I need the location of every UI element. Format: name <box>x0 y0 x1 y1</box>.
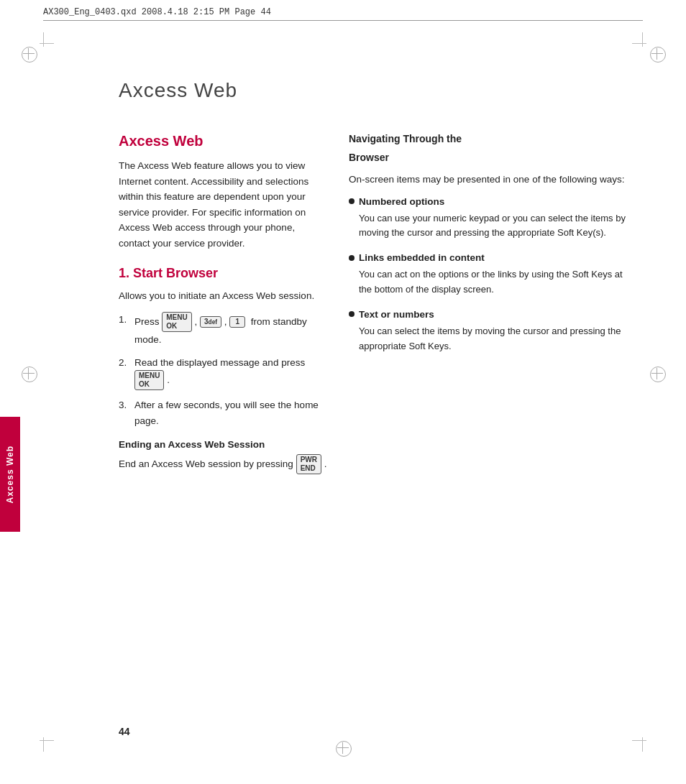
step-2: 2. Read the displayed message and press … <box>119 355 327 391</box>
sidebar-tab: Axcess Web <box>0 417 20 532</box>
key-3def: 3def <box>200 316 221 328</box>
bullet-3-dot <box>349 311 355 317</box>
step-3-num: 3. <box>119 397 132 413</box>
key-end: PWREND <box>296 454 321 474</box>
page-title: Axcess Web <box>119 79 628 102</box>
reg-mark-mid-left <box>22 366 36 381</box>
bullet-1: Numbered options You can use your numeri… <box>349 196 628 241</box>
section2-heading: 1. Start Browser <box>119 266 327 281</box>
step-2-num: 2. <box>119 355 132 371</box>
reg-mark-top-left <box>22 47 36 61</box>
key-1: 1 <box>229 316 245 328</box>
page-title-area: Axcess Web <box>119 79 628 124</box>
key-menu-ok: MENUOK <box>134 370 164 390</box>
bullet-3-label: Text or numbers <box>359 309 434 320</box>
step-3: 3. After a few seconds, you will see the… <box>119 397 327 428</box>
step-2-text: Read the displayed message and press MEN… <box>134 355 327 391</box>
left-column: Axcess Web The Axcess Web feature allows… <box>119 133 327 483</box>
reg-mark-bottom-center <box>336 741 350 755</box>
bullet-2-header: Links embedded in content <box>349 252 628 263</box>
step-3-text: After a few seconds, you will see the ho… <box>134 397 327 428</box>
nav-heading-line1: Navigating Through the <box>349 133 628 144</box>
page-number: 44 <box>119 726 130 737</box>
section1-body: The Axcess Web feature allows you to vie… <box>119 158 327 252</box>
bullet-2-label: Links embedded in content <box>359 252 485 263</box>
sidebar-tab-text: Axcess Web <box>5 446 15 503</box>
nav-heading-line2: Browser <box>349 152 628 163</box>
bullet-1-dot <box>349 198 355 204</box>
bullet-2-dot <box>349 255 355 261</box>
header-text: AX300_Eng_0403.qxd 2008.4.18 2:15 PM Pag… <box>43 7 271 17</box>
section2-intro: Allows you to initiate an Axcess Web ses… <box>119 288 327 304</box>
bullet-2: Links embedded in content You can act on… <box>349 252 628 298</box>
section1-heading: Axcess Web <box>119 133 327 149</box>
nav-title-block: Navigating Through the Browser <box>349 133 628 163</box>
key-menu: MENUOK <box>162 312 191 332</box>
bullet-1-label: Numbered options <box>359 196 444 207</box>
ending-label: Ending an Axcess Web Session <box>119 439 327 450</box>
step-1-text: Press MENUOK , 3def , 1 from standby mod… <box>134 312 327 348</box>
bullet-1-body: You can use your numeric keypad or you c… <box>359 211 628 241</box>
bullet-3-header: Text or numbers <box>349 309 628 320</box>
right-intro: On-screen items may be presented in one … <box>349 172 628 188</box>
bullet-3: Text or numbers You can select the items… <box>349 309 628 354</box>
bullet-1-header: Numbered options <box>349 196 628 207</box>
step-1: 1. Press MENUOK , 3def , 1 from standby … <box>119 312 327 348</box>
main-content: Axcess Web The Axcess Web feature allows… <box>119 133 628 483</box>
ending-text: End an Axcess Web session by pressing PW… <box>119 454 327 474</box>
right-column: Navigating Through the Browser On-screen… <box>349 133 628 483</box>
header-bar: AX300_Eng_0403.qxd 2008.4.18 2:15 PM Pag… <box>43 7 643 21</box>
step-1-num: 1. <box>119 312 132 328</box>
reg-mark-top-right <box>650 47 664 61</box>
bullet-3-body: You can select the items by moving the c… <box>359 324 628 354</box>
bullet-2-body: You can act on the options or the links … <box>359 267 628 298</box>
reg-mark-mid-right <box>650 366 664 381</box>
